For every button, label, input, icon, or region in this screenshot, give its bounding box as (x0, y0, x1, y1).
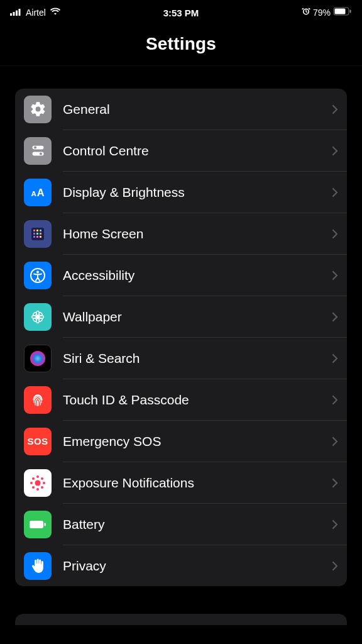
svg-rect-6 (335, 9, 346, 14)
battery-icon (24, 511, 52, 538)
settings-group: General Control Centre AA Display & Brig… (15, 89, 347, 586)
svg-rect-1 (13, 12, 15, 16)
alarm-icon (302, 7, 310, 18)
signal-icon (10, 7, 21, 18)
settings-item-wallpaper[interactable]: Wallpaper (15, 296, 347, 337)
settings-item-accessibility[interactable]: Accessibility (15, 255, 347, 296)
toggles-icon (24, 137, 52, 165)
chevron-right-icon (332, 353, 338, 364)
page-title: Settings (0, 34, 362, 54)
svg-rect-7 (350, 10, 351, 13)
svg-point-9 (34, 147, 36, 149)
svg-rect-15 (33, 230, 35, 231)
svg-rect-20 (40, 233, 41, 235)
settings-item-general[interactable]: General (15, 89, 347, 130)
svg-point-36 (35, 480, 41, 486)
svg-point-44 (41, 486, 43, 489)
chevron-right-icon (332, 436, 338, 447)
settings-item-label: Wallpaper (63, 309, 332, 325)
settings-item-control-centre[interactable]: Control Centre (15, 130, 347, 171)
status-left: Airtel (10, 7, 61, 18)
settings-item-label: Siri & Search (63, 351, 332, 366)
settings-item-siri-search[interactable]: Siri & Search (15, 338, 347, 379)
status-time: 3:53 PM (163, 8, 199, 18)
settings-item-label: Exposure Notifications (63, 475, 332, 491)
exposure-icon (24, 469, 52, 497)
battery-icon (333, 7, 352, 18)
svg-rect-18 (33, 233, 35, 235)
svg-point-26 (36, 315, 40, 318)
settings-item-exposure-notifications[interactable]: Exposure Notifications (15, 462, 347, 503)
svg-rect-22 (36, 236, 38, 238)
chevron-right-icon (332, 395, 338, 405)
svg-point-41 (32, 477, 35, 480)
chevron-right-icon (332, 561, 338, 571)
settings-item-label: Home Screen (63, 226, 332, 242)
svg-point-37 (36, 475, 39, 478)
svg-rect-17 (40, 230, 41, 231)
siri-icon (24, 345, 52, 372)
svg-point-43 (32, 486, 35, 489)
svg-point-25 (36, 270, 39, 273)
svg-rect-16 (36, 230, 38, 231)
chevron-right-icon (332, 312, 338, 322)
carrier-label: Airtel (26, 8, 46, 18)
settings-item-home-screen[interactable]: Home Screen (15, 213, 347, 254)
hand-icon (24, 552, 52, 580)
svg-rect-19 (36, 233, 38, 235)
settings-item-label: Accessibility (63, 268, 332, 283)
app-grid-icon (24, 220, 52, 248)
battery-pct: 79% (313, 8, 331, 18)
settings-item-label: Battery (63, 517, 332, 532)
gear-icon (24, 96, 52, 123)
settings-item-touch-id-passcode[interactable]: Touch ID & Passcode (15, 379, 347, 420)
chevron-right-icon (332, 478, 338, 488)
settings-content: General Control Centre AA Display & Brig… (0, 66, 362, 599)
next-group-peek (15, 614, 347, 625)
chevron-right-icon (332, 146, 338, 156)
settings-item-label: Emergency SOS (63, 434, 332, 449)
settings-item-emergency-sos[interactable]: SOS Emergency SOS (15, 421, 347, 462)
chevron-right-icon (332, 187, 338, 197)
settings-item-label: Touch ID & Passcode (63, 392, 332, 408)
settings-item-privacy[interactable]: Privacy (15, 545, 347, 586)
svg-rect-0 (10, 13, 12, 16)
svg-point-40 (43, 482, 45, 484)
wifi-icon (50, 7, 61, 18)
svg-text:A: A (31, 189, 37, 197)
svg-rect-21 (33, 236, 35, 238)
settings-item-label: Privacy (63, 558, 332, 574)
svg-point-38 (36, 488, 39, 491)
status-right: 79% (302, 7, 352, 18)
settings-header: Settings (0, 23, 362, 65)
settings-item-label: Display & Brightness (63, 185, 332, 200)
accessibility-icon (24, 262, 52, 289)
chevron-right-icon (332, 229, 338, 239)
svg-rect-45 (30, 521, 43, 528)
svg-rect-3 (19, 9, 21, 16)
svg-point-39 (30, 482, 33, 484)
svg-point-35 (30, 351, 45, 366)
svg-text:A: A (37, 186, 45, 197)
svg-point-42 (41, 477, 43, 480)
text-size-icon: AA (24, 179, 52, 206)
svg-rect-2 (16, 11, 18, 16)
sos-icon: SOS (24, 428, 52, 455)
svg-point-11 (39, 152, 41, 155)
settings-item-label: Control Centre (63, 143, 332, 158)
settings-item-label: General (63, 102, 332, 117)
chevron-right-icon (332, 270, 338, 280)
chevron-right-icon (332, 519, 338, 530)
svg-rect-46 (45, 523, 46, 526)
fingerprint-icon (24, 386, 52, 414)
status-bar: Airtel 3:53 PM 79% (0, 0, 362, 23)
chevron-right-icon (332, 104, 338, 114)
settings-item-display-brightness[interactable]: AA Display & Brightness (15, 172, 347, 213)
settings-item-battery[interactable]: Battery (15, 504, 347, 545)
svg-rect-23 (40, 236, 41, 238)
flower-icon (24, 303, 52, 331)
